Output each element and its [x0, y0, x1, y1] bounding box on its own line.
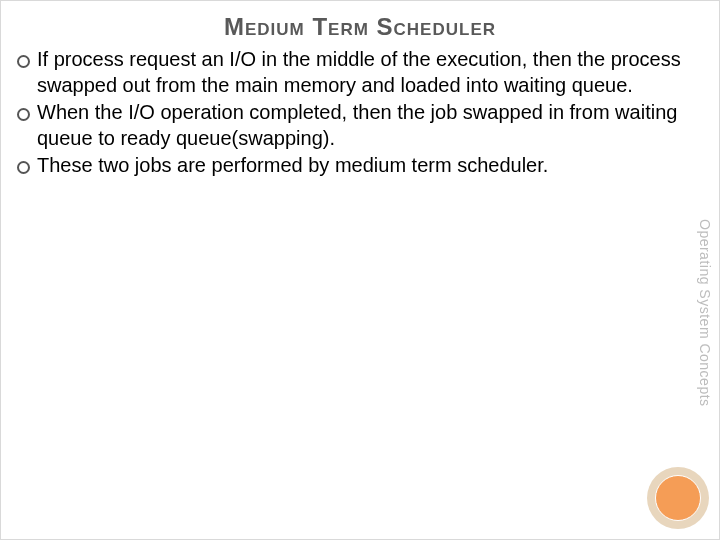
list-item: When the I/O operation completed, then t… — [11, 100, 705, 151]
list-item: These two jobs are performed by medium t… — [11, 153, 705, 179]
circle-inner — [655, 475, 701, 521]
slide: Medium Term Scheduler If process request… — [0, 0, 720, 540]
side-label: Operating System Concepts — [697, 219, 713, 407]
bullet-list: If process request an I/O in the middle … — [11, 47, 705, 179]
content-area: If process request an I/O in the middle … — [1, 47, 719, 179]
list-item: If process request an I/O in the middle … — [11, 47, 705, 98]
slide-title: Medium Term Scheduler — [1, 1, 719, 47]
corner-decoration — [647, 467, 709, 529]
